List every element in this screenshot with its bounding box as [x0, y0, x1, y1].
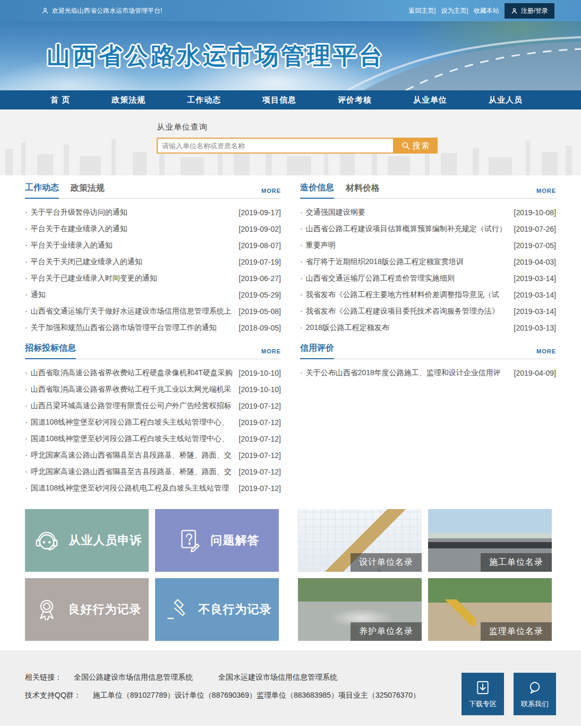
news-date: [2019-03-14]	[514, 291, 556, 299]
tab-material-prices[interactable]: 材料价格	[346, 183, 380, 198]
news-date: [2019-07-05]	[514, 241, 556, 250]
news-link[interactable]: 通知	[25, 290, 236, 300]
question-answer-block[interactable]: 问题解答	[155, 509, 279, 572]
list-item: 平台关于已建业绩录入时间变更的通知[2019-06-27]	[25, 270, 281, 286]
link-set-homepage[interactable]: 设为主页|	[441, 6, 468, 15]
news-date: [2019-07-12]	[239, 418, 281, 427]
download-zone-label: 下载专区	[469, 699, 497, 709]
news-date: [2019-05-29]	[239, 291, 281, 299]
nav-item-policies[interactable]: 政策法规	[112, 95, 146, 105]
construction-directory-card[interactable]: 施工单位名录	[428, 509, 552, 572]
footer-text: 相关链接： 全国公路建设市场信用信息管理系统 全国水运建设市场信用信息管理系统 …	[25, 673, 420, 715]
download-zone-button[interactable]: 下载专区	[462, 673, 504, 715]
section-cost-info: 造价信息 材料价格 MORE 交通强国建设纲要[2019-10-08] 山西省公…	[300, 184, 556, 336]
news-link[interactable]: 2018版公路工程定额发布	[300, 323, 511, 333]
tab-policies[interactable]: 政策法规	[71, 183, 105, 198]
national-waterway-credit-link[interactable]: 全国水运建设市场信用信息管理系统	[218, 673, 337, 682]
list-item: 国道108线神堂堡至砂河段公路工程白坡头主线站管理中心、[2019-07-12]	[25, 414, 281, 430]
nav-item-personnel[interactable]: 从业人员	[489, 95, 523, 105]
tab-cost-info[interactable]: 造价信息	[300, 182, 334, 199]
banner: 山西省公路水运市场管理平台	[0, 21, 581, 90]
news-date: [2019-06-27]	[239, 274, 281, 283]
nav-item-enterprises[interactable]: 从业单位	[413, 95, 447, 105]
news-link[interactable]: 呼北国家高速公路山西省隰县至吉县段路基、桥隧、路面、交	[25, 467, 236, 477]
news-link[interactable]: 山西省取消高速公路省界收费站工程千兆工业以太网光端机采	[25, 385, 236, 394]
list-item: 山西省取消高速公路省界收费站工程硬盘录像机和4T硬盘采购[2019-10-10]	[25, 365, 281, 381]
block-label: 良好行为记录	[69, 602, 142, 617]
news-link[interactable]: 平台关于在建业绩录入的通知	[25, 224, 236, 234]
news-link[interactable]: 国道108线神堂堡至砂河段公路工程白坡头主线站管理中心、	[25, 434, 236, 444]
link-bookmark-site[interactable]: 收藏本站	[474, 6, 499, 15]
work-news-list: 关于平台升级暂停访问的通知[2019-09-17] 平台关于在建业绩录入的通知[…	[25, 204, 281, 336]
more-link[interactable]: MORE	[536, 188, 556, 198]
promo-area: 从业人员申诉 问题解答 良好行为记录	[25, 509, 556, 641]
news-link[interactable]: 平台关于关闭已建业绩录入的通知	[25, 257, 236, 267]
main-content: 工作动态 政策法规 MORE 关于平台升级暂停访问的通知[2019-09-17]…	[25, 184, 556, 641]
tab-bidding[interactable]: 招标投标信息	[25, 343, 76, 359]
photo-caption: 设计单位名录	[351, 553, 422, 572]
news-link[interactable]: 我省发布《公路工程主要地方性材料价差调整指导意见（试	[300, 290, 511, 300]
nav-item-projects[interactable]: 项目信息	[262, 95, 296, 105]
news-link[interactable]: 交通强国建设纲要	[300, 208, 511, 217]
block-label: 不良行为记录	[199, 602, 272, 617]
national-highway-credit-link[interactable]: 全国公路建设市场信用信息管理系统	[74, 673, 193, 682]
news-link[interactable]: 平台关于业绩录入的通知	[25, 241, 236, 250]
news-link[interactable]: 山西吕梁环城高速公路管理有限责任公司户外广告经营权招标	[25, 401, 236, 411]
news-link[interactable]: 山西省交通运输厅公路工程造价管理实施细则	[300, 274, 511, 283]
main-navigation: 首 页 政策法规 工作动态 项目信息 评价考核 从业单位 从业人员	[0, 90, 581, 109]
site-title: 山西省公路水运市场管理平台	[47, 40, 385, 72]
nav-item-work-news[interactable]: 工作动态	[187, 95, 221, 105]
list-item: 关于公布山西省2018年度公路施工、监理和设计企业信用评[2019-04-09]	[300, 365, 556, 381]
contact-us-button[interactable]: 联系我们	[514, 673, 556, 715]
search-button[interactable]: 搜索	[394, 138, 438, 154]
maintenance-directory-card[interactable]: 养护单位名录	[298, 578, 422, 641]
register-login-label: 注册/登录	[521, 6, 548, 15]
news-link[interactable]: 我省发布《公路工程建设项目委托技术咨询服务管理办法》	[300, 307, 511, 316]
nav-item-home[interactable]: 首 页	[50, 95, 70, 105]
supervision-directory-card[interactable]: 监理单位名录	[428, 578, 552, 641]
good-behavior-block[interactable]: 良好行为记录	[25, 578, 149, 641]
news-link[interactable]: 平台关于已建业绩录入时间变更的通知	[25, 274, 236, 283]
user-icon	[41, 7, 49, 14]
news-date: [2019-04-09]	[514, 369, 556, 377]
tab-credit[interactable]: 信用评价	[300, 343, 334, 359]
news-link[interactable]: 山西省交通运输厅关于做好水运建设市场信用信息管理系统上	[25, 307, 236, 316]
block-label: 从业人员申诉	[69, 532, 142, 548]
news-link[interactable]: 国道108线神堂堡至砂河段公路工程白坡头主线站管理中心、	[25, 418, 236, 427]
enterprise-search: 从业单位查询 搜索	[25, 109, 556, 154]
list-item: 平台关于关闭已建业绩录入的通知[2019-07-19]	[25, 253, 281, 270]
medal-icon	[32, 595, 61, 624]
news-link[interactable]: 呼北国家高速公路山西省隰县至吉县段路基、桥隧、路面、交	[25, 451, 236, 460]
list-item: 交通强国建设纲要[2019-10-08]	[300, 204, 556, 221]
news-link[interactable]: 山西省公路工程建设项目估算概算预算编制补充规定（试行）	[300, 224, 511, 234]
news-link[interactable]: 关于加强和规范山西省公路市场管理平台管理工作的通知	[25, 323, 236, 333]
footer-buttons: 下载专区 联系我们	[462, 673, 556, 715]
list-item: 国道108线神堂堡至砂河段公路机电工程及白坡头主线站管理[2019-07-12]	[25, 480, 281, 496]
credit-list: 关于公布山西省2018年度公路施工、监理和设计企业信用评[2019-04-09]	[300, 365, 556, 381]
contact-us-label: 联系我们	[521, 699, 549, 709]
news-date: [2019-07-12]	[239, 435, 281, 443]
news-link[interactable]: 关于公布山西省2018年度公路施工、监理和设计企业信用评	[300, 368, 511, 378]
bad-behavior-block[interactable]: 不良行为记录	[155, 578, 279, 641]
search-button-label: 搜索	[413, 141, 431, 151]
register-login-button[interactable]: 注册/登录	[505, 3, 554, 19]
news-link[interactable]: 关于平台升级暂停访问的通知	[25, 208, 236, 217]
search-input[interactable]	[157, 138, 394, 154]
link-return-home[interactable]: 返回主页|	[408, 6, 435, 15]
more-link[interactable]: MORE	[261, 188, 281, 198]
news-link[interactable]: 山西省取消高速公路省界收费站工程硬盘录像机和4T硬盘采购	[25, 368, 236, 378]
more-link[interactable]: MORE	[536, 348, 556, 359]
tab-work-news[interactable]: 工作动态	[25, 182, 59, 199]
section-work-news: 工作动态 政策法规 MORE 关于平台升级暂停访问的通知[2019-09-17]…	[25, 184, 281, 336]
news-date: [2018-09-05]	[239, 324, 281, 332]
qq-groups-text: 施工单位（891027789）设计单位（887690369）监理单位（88368…	[93, 691, 420, 700]
design-directory-card[interactable]: 设计单位名录	[298, 509, 422, 572]
personnel-appeal-block[interactable]: 从业人员申诉	[25, 509, 149, 572]
user-icon	[511, 7, 518, 14]
news-link[interactable]: 重要声明	[300, 241, 511, 250]
news-date: [2019-03-14]	[514, 307, 556, 316]
more-link[interactable]: MORE	[261, 348, 281, 359]
news-link[interactable]: 省厅将于近期组织2018版公路工程定额宣贯培训	[300, 257, 511, 267]
nav-item-evaluation[interactable]: 评价考核	[338, 95, 372, 105]
news-link[interactable]: 国道108线神堂堡至砂河段公路机电工程及白坡头主线站管理	[25, 484, 236, 493]
